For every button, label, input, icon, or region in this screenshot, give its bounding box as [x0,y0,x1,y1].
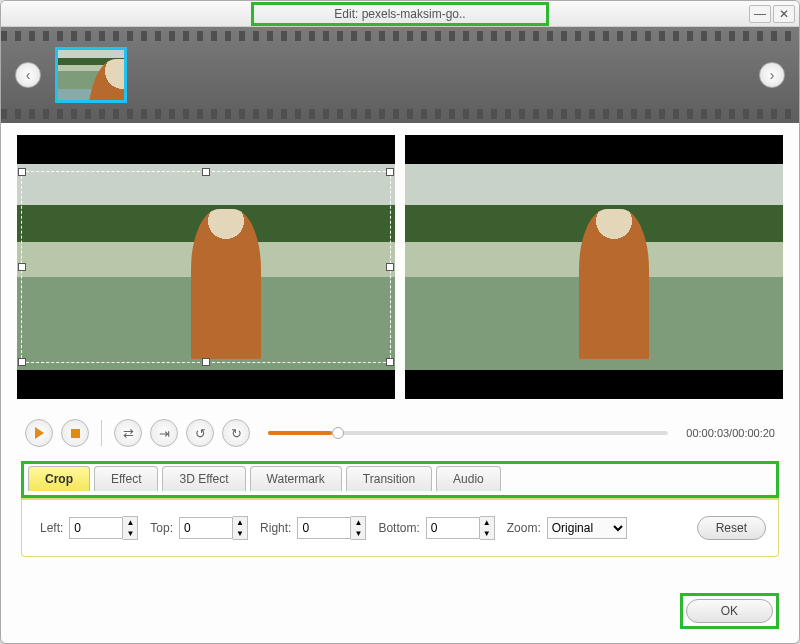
crop-handle[interactable] [202,358,210,366]
crop-handle[interactable] [18,263,26,271]
tab-audio[interactable]: Audio [436,466,501,491]
right-spinner[interactable]: ▲▼ [297,516,366,540]
preview-area [1,123,799,411]
ok-button[interactable]: OK [686,599,773,623]
seek-progress [268,431,332,435]
edit-tabs: Crop Effect 3D Effect Watermark Transiti… [28,466,772,491]
filmstrip: ‹ › [1,27,799,123]
crop-handle[interactable] [386,358,394,366]
play-icon [35,427,44,439]
minimize-button[interactable]: — [749,5,771,23]
tab-3d-effect[interactable]: 3D Effect [162,466,245,491]
left-input[interactable] [69,517,123,539]
spinner-up-icon[interactable]: ▲ [233,517,247,528]
window-title: Edit: pexels-maksim-go.. [251,2,548,26]
filmstrip-next-button[interactable]: › [759,62,785,88]
tab-watermark[interactable]: Watermark [250,466,342,491]
titlebar: Edit: pexels-maksim-go.. — ✕ [1,1,799,27]
spinner-down-icon[interactable]: ▼ [351,528,365,539]
crop-rectangle[interactable] [21,171,391,363]
right-input[interactable] [297,517,351,539]
edit-window: Edit: pexels-maksim-go.. — ✕ ‹ › [0,0,800,644]
crop-handle[interactable] [202,168,210,176]
play-button[interactable] [25,419,53,447]
playback-controls: ⇄ ⇥ ↺ ↻ 00:00:03/00:00:20 [1,411,799,455]
crop-handle[interactable] [18,358,26,366]
stop-button[interactable] [61,419,89,447]
bottom-input[interactable] [426,517,480,539]
spinner-up-icon[interactable]: ▲ [480,517,494,528]
crop-handle[interactable] [386,263,394,271]
seek-bar[interactable] [268,431,668,435]
filmstrip-perforation [1,109,799,119]
tab-crop[interactable]: Crop [28,466,90,491]
snapshot-button[interactable]: ⇥ [150,419,178,447]
top-label: Top: [150,521,173,535]
top-input[interactable] [179,517,233,539]
bottom-spinner[interactable]: ▲▼ [426,516,495,540]
crop-handle[interactable] [18,168,26,176]
spinner-down-icon[interactable]: ▼ [123,528,137,539]
right-label: Right: [260,521,291,535]
filmstrip-prev-button[interactable]: ‹ [15,62,41,88]
bottom-label: Bottom: [378,521,419,535]
left-label: Left: [40,521,63,535]
zoom-label: Zoom: [507,521,541,535]
tabs-highlight: Crop Effect 3D Effect Watermark Transiti… [21,461,779,498]
spinner-up-icon[interactable]: ▲ [351,517,365,528]
source-preview[interactable] [17,135,395,399]
undo-button[interactable]: ↺ [186,419,214,447]
tab-transition[interactable]: Transition [346,466,432,491]
top-spinner[interactable]: ▲▼ [179,516,248,540]
time-display: 00:00:03/00:00:20 [686,427,775,439]
redo-button[interactable]: ↻ [222,419,250,447]
tab-effect[interactable]: Effect [94,466,158,491]
spinner-up-icon[interactable]: ▲ [123,517,137,528]
divider [101,420,102,446]
zoom-select[interactable]: Original [547,517,627,539]
ok-highlight: OK [680,593,779,629]
spinner-down-icon[interactable]: ▼ [480,528,494,539]
swap-button[interactable]: ⇄ [114,419,142,447]
reset-button[interactable]: Reset [697,516,766,540]
filmstrip-perforation [1,31,799,41]
spinner-down-icon[interactable]: ▼ [233,528,247,539]
clip-thumbnail[interactable] [55,47,127,103]
stop-icon [71,429,80,438]
titlebar-controls: — ✕ [749,5,795,23]
close-button[interactable]: ✕ [773,5,795,23]
seek-knob[interactable] [332,427,344,439]
crop-panel: Left: ▲▼ Top: ▲▼ Right: ▲▼ Bottom: ▲▼ Zo… [21,498,779,557]
crop-handle[interactable] [386,168,394,176]
video-scene [405,164,783,370]
output-preview [405,135,783,399]
footer: OK [1,583,799,643]
left-spinner[interactable]: ▲▼ [69,516,138,540]
